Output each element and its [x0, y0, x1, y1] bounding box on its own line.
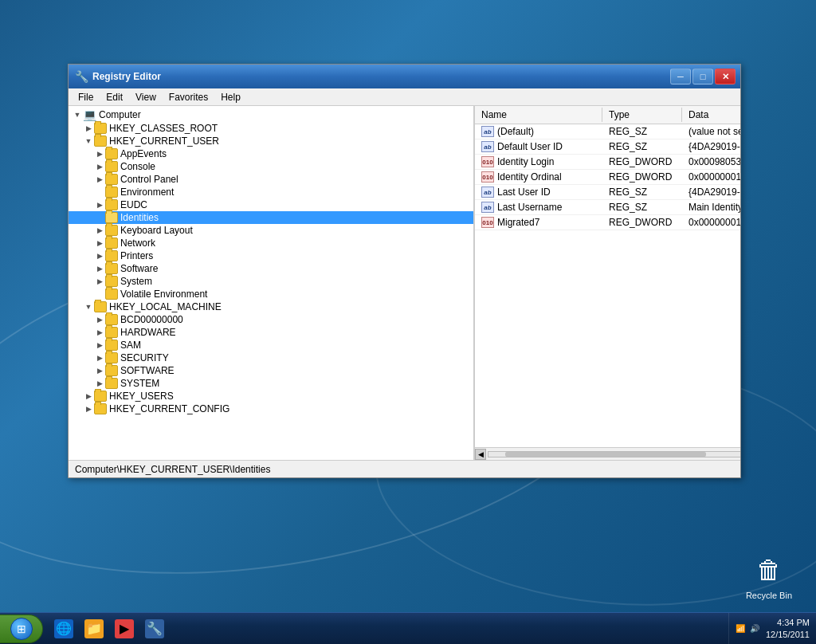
title-bar-left: 🔧 Registry Editor: [75, 70, 161, 83]
tree-item-hku[interactable]: ▶ HKEY_USERS: [69, 390, 473, 402]
menu-help[interactable]: Help: [214, 90, 247, 104]
detail-name-identity-login: Identity Login: [497, 156, 554, 167]
detail-cell-type-last-username: REG_SZ: [602, 201, 682, 214]
tree-item-security[interactable]: ▶ SECURITY: [69, 351, 473, 364]
detail-cell-data-identity-ordinal: 0x00000001 (1): [682, 171, 740, 183]
detail-cell-data-default: (value not set): [682, 125, 740, 138]
expand-eudc[interactable]: ▶: [94, 199, 105, 210]
expand-system-hkcu[interactable]: ▶: [94, 276, 105, 287]
menu-view[interactable]: View: [129, 90, 163, 104]
detail-row-last-user-id[interactable]: ab Last User ID REG_SZ {4DA29019-E524-49…: [475, 185, 740, 200]
expand-hkcc[interactable]: ▶: [83, 403, 94, 414]
tree-item-computer[interactable]: ▼ 💻 Computer: [69, 108, 473, 122]
detail-cell-type-migrated7: REG_DWORD: [602, 216, 682, 229]
detail-pane-wrapper: Name Type Data ab (Default) REG_SZ (valu…: [475, 106, 740, 460]
title-bar: 🔧 Registry Editor ─ □ ✕: [69, 65, 740, 88]
tree-item-appevents[interactable]: ▶ AppEvents: [69, 147, 473, 160]
expand-printers[interactable]: ▶: [94, 250, 105, 261]
expand-keyboard-layout[interactable]: ▶: [94, 225, 105, 236]
taskbar-app-ie[interactable]: 🌐: [49, 616, 78, 642]
folder-hklm: [94, 301, 107, 312]
tree-label-hku: HKEY_USERS: [109, 391, 174, 402]
clock[interactable]: 4:34 PM 12/15/2011: [766, 617, 810, 640]
menu-edit[interactable]: Edit: [100, 90, 129, 104]
tree-item-hkcu[interactable]: ▼ HKEY_CURRENT_USER: [69, 135, 473, 147]
expand-console[interactable]: ▶: [94, 161, 105, 172]
tree-item-bcd[interactable]: ▶ BCD00000000: [69, 313, 473, 326]
detail-row-identity-ordinal[interactable]: 010 Identity Ordinal REG_DWORD 0x0000000…: [475, 170, 740, 185]
expand-appevents[interactable]: ▶: [94, 148, 105, 159]
tree-label-software-hklm: SOFTWARE: [120, 365, 175, 376]
col-header-type[interactable]: Type: [602, 108, 682, 122]
minimize-button[interactable]: ─: [670, 69, 691, 84]
detail-cell-name-default-user-id: ab Default User ID: [475, 140, 602, 153]
expand-hkcu[interactable]: ▼: [83, 135, 94, 147]
tree-item-eudc[interactable]: ▶ EUDC: [69, 198, 473, 211]
folder-network: [105, 238, 118, 249]
tree-pane[interactable]: ▼ 💻 Computer ▶ HKEY_CLASSES_ROOT ▼ HKEY_…: [69, 106, 475, 460]
expand-computer[interactable]: ▼: [72, 109, 83, 120]
col-header-data[interactable]: Data: [682, 108, 740, 122]
tree-item-control-panel[interactable]: ▶ Control Panel: [69, 173, 473, 186]
tree-label-system-hklm: SYSTEM: [120, 378, 159, 389]
col-header-name[interactable]: Name: [475, 108, 602, 122]
detail-name-migrated7: Migrated7: [497, 217, 539, 228]
folder-security: [105, 352, 118, 363]
expand-system-hklm[interactable]: ▶: [94, 378, 105, 389]
detail-cell-name-last-user-id: ab Last User ID: [475, 186, 602, 198]
tree-item-software-hklm[interactable]: ▶ SOFTWARE: [69, 364, 473, 377]
tree-item-hkcc[interactable]: ▶ HKEY_CURRENT_CONFIG: [69, 402, 473, 415]
tree-item-console[interactable]: ▶ Console: [69, 160, 473, 173]
tree-item-identities[interactable]: Identities: [69, 211, 473, 224]
tree-item-volatile-env[interactable]: Volatile Environment: [69, 288, 473, 300]
detail-row-migrated7[interactable]: 010 Migrated7 REG_DWORD 0x00000001 (1): [475, 215, 740, 230]
folder-software-hkcu: [105, 263, 118, 274]
tree-label-control-panel: Control Panel: [120, 174, 178, 185]
tree-item-network[interactable]: ▶ Network: [69, 237, 473, 249]
expand-hardware[interactable]: ▶: [94, 327, 105, 338]
expand-security[interactable]: ▶: [94, 352, 105, 363]
tree-item-sam[interactable]: ▶ SAM: [69, 339, 473, 351]
detail-row-default-user-id[interactable]: ab Default User ID REG_SZ {4DA29019-E524…: [475, 139, 740, 155]
tree-item-system-hkcu[interactable]: ▶ System: [69, 275, 473, 288]
scroll-thumb-horizontal: [505, 452, 706, 457]
expand-control-panel[interactable]: ▶: [94, 174, 105, 185]
tree-item-hkcr[interactable]: ▶ HKEY_CLASSES_ROOT: [69, 122, 473, 135]
tree-item-keyboard-layout[interactable]: ▶ Keyboard Layout: [69, 224, 473, 237]
detail-row-default[interactable]: ab (Default) REG_SZ (value not set): [475, 124, 740, 139]
taskbar-app-registry[interactable]: 🔧: [140, 616, 169, 642]
clock-date: 12/15/2011: [766, 629, 810, 640]
menu-file[interactable]: File: [72, 90, 100, 104]
taskbar-app-explorer[interactable]: 📁: [80, 616, 108, 642]
expand-hklm[interactable]: ▼: [83, 301, 94, 312]
expand-sam[interactable]: ▶: [94, 340, 105, 351]
tree-item-environment[interactable]: ▶ Environment: [69, 186, 473, 198]
scroll-track-horizontal[interactable]: [488, 451, 740, 457]
expand-software-hklm[interactable]: ▶: [94, 365, 105, 376]
detail-row-identity-login[interactable]: 010 Identity Login REG_DWORD 0x00098053 …: [475, 155, 740, 170]
tree-label-network: Network: [120, 238, 155, 249]
detail-row-last-username[interactable]: ab Last Username REG_SZ Main Identity: [475, 200, 740, 215]
tree-item-system-hklm[interactable]: ▶ SYSTEM: [69, 377, 473, 390]
recycle-bin[interactable]: 🗑 Recycle Bin: [746, 551, 792, 600]
maximize-button[interactable]: □: [692, 69, 713, 84]
tree-item-hklm[interactable]: ▼ HKEY_LOCAL_MACHINE: [69, 300, 473, 313]
start-button[interactable]: ⊞: [0, 615, 43, 643]
folder-eudc: [105, 199, 118, 210]
scroll-left-button[interactable]: ◀: [475, 449, 486, 460]
detail-cell-data-migrated7: 0x00000001 (1): [682, 216, 740, 229]
expand-hku[interactable]: ▶: [83, 391, 94, 402]
close-button[interactable]: ✕: [715, 69, 736, 84]
menu-favorites[interactable]: Favorites: [163, 90, 214, 104]
tray-network-icon[interactable]: 📶: [736, 624, 745, 633]
tree-item-hardware[interactable]: ▶ HARDWARE: [69, 326, 473, 339]
taskbar-app-media[interactable]: ▶: [110, 616, 139, 642]
tree-item-software-hkcu[interactable]: ▶ Software: [69, 262, 473, 275]
tree-label-printers: Printers: [120, 250, 153, 261]
expand-bcd[interactable]: ▶: [94, 314, 105, 325]
tray-volume-icon[interactable]: 🔊: [750, 624, 759, 633]
expand-network[interactable]: ▶: [94, 238, 105, 249]
tree-item-printers[interactable]: ▶ Printers: [69, 249, 473, 262]
expand-hkcr[interactable]: ▶: [83, 123, 94, 134]
expand-software-hkcu[interactable]: ▶: [94, 263, 105, 274]
